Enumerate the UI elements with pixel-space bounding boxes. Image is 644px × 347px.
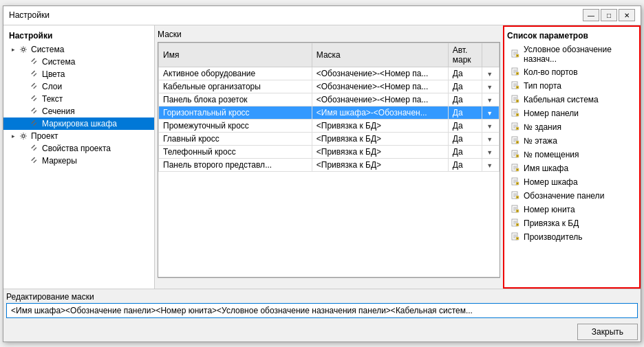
tree-item-cveta[interactable]: Цвета [3, 68, 154, 80]
param-item[interactable]: № здания [507, 120, 636, 134]
row-chevron[interactable]: ▼ [482, 106, 500, 119]
window-title: Настройки [9, 10, 50, 20]
param-item[interactable]: Номер шкафа [507, 175, 636, 189]
tree-item-secheniya[interactable]: Сечения [3, 105, 154, 117]
param-item[interactable]: № этажа [507, 134, 636, 148]
param-item[interactable]: Номер панели [507, 107, 636, 120]
wrench-icon [30, 144, 39, 153]
doc-icon [510, 80, 521, 91]
svg-rect-14 [31, 144, 35, 148]
svg-rect-11 [31, 120, 35, 124]
tree-item-label-tekst: Текст [42, 94, 63, 104]
svg-rect-6 [33, 85, 36, 89]
edit-mask-input[interactable] [6, 303, 638, 318]
svg-point-0 [22, 48, 25, 51]
row-chevron[interactable]: ▼ [482, 145, 500, 158]
param-label: Привязка к БД [524, 219, 579, 228]
param-item[interactable]: Тип порта [507, 79, 636, 93]
row-mask: <Обозначение>-<Номер па... [312, 67, 448, 80]
param-item[interactable]: Кол-во портов [507, 65, 636, 79]
param-item[interactable]: Кабельная система [507, 93, 636, 107]
row-mask: <Привязка к БД> [312, 158, 448, 171]
table-row[interactable]: Горизонтальный кросс<Имя шкафа>-<Обознач… [159, 106, 500, 119]
row-chevron[interactable]: ▼ [482, 119, 500, 132]
tree-item-label-sistema: Система [42, 57, 75, 67]
row-mask: <Обозначение>-<Номер па... [312, 93, 448, 106]
row-chevron[interactable]: ▼ [482, 132, 500, 145]
tree-arrow [20, 82, 28, 91]
param-item[interactable]: Имя шкафа [507, 161, 636, 175]
table-row[interactable]: Активное оборудование<Обозначение>-<Номе… [159, 67, 500, 80]
tree-item-label-project-root: Проект [31, 131, 58, 141]
close-button-bottom[interactable]: Закрыть [577, 324, 638, 340]
row-name: Главный кросс [159, 132, 312, 145]
row-mask: <Привязка к БД> [312, 145, 448, 158]
param-label: Кол-во портов [524, 67, 578, 77]
row-name: Панель второго представл... [159, 158, 312, 171]
doc-icon [510, 135, 521, 146]
tree-item-project-root[interactable]: ▸Проект [3, 130, 154, 142]
wrench-icon [30, 119, 39, 128]
row-avt: Да [448, 106, 482, 119]
tree-item-system-root[interactable]: ▸Система [3, 43, 154, 56]
col-header-mask: Маска [312, 43, 448, 67]
svg-rect-17 [33, 159, 36, 163]
close-button[interactable]: ✕ [619, 9, 635, 21]
param-item[interactable]: Привязка к БД [507, 216, 636, 230]
tree-item-label-svoistva: Свойства проекта [42, 144, 111, 153]
svg-rect-2 [33, 60, 36, 64]
row-name: Промежуточный кросс [159, 119, 312, 132]
row-name: Горизонтальный кросс [159, 106, 312, 119]
tree-item-svoistva[interactable]: Свойства проекта [3, 142, 154, 155]
doc-icon [510, 232, 521, 243]
tree-item-sistema[interactable]: Система [3, 56, 154, 68]
svg-rect-16 [31, 157, 35, 161]
param-label: Номер шкафа [524, 177, 578, 187]
param-label: Номер панели [524, 109, 579, 118]
params-container: Условное обозначение назнач...Кол-во пор… [507, 43, 636, 244]
param-item[interactable]: № помещения [507, 148, 636, 161]
row-chevron[interactable]: ▼ [482, 93, 500, 106]
row-chevron[interactable]: ▼ [482, 80, 500, 93]
minimize-button[interactable]: — [583, 9, 599, 21]
table-row[interactable]: Главный кросс<Привязка к БД>Да▼ [159, 132, 500, 145]
tree-item-markirovka[interactable]: Маркировка шкафа [3, 117, 154, 130]
table-row[interactable]: Промежуточный кросс<Привязка к БД>Да▼ [159, 119, 500, 132]
doc-icon [510, 67, 521, 78]
table-row[interactable]: Панель блока розеток<Обозначение>-<Номер… [159, 93, 500, 106]
table-row[interactable]: Панель второго представл...<Привязка к Б… [159, 158, 500, 171]
maximize-button[interactable]: □ [601, 9, 617, 21]
tree-arrow [20, 107, 28, 115]
table-row[interactable]: Кабельные организаторы<Обозначение>-<Ном… [159, 80, 500, 93]
wrench-icon [30, 94, 39, 104]
right-panel: Список параметров Условное обозначение н… [503, 25, 641, 289]
masks-table-container[interactable]: Имя Маска Авт. марк Активное оборудовани… [158, 42, 500, 278]
left-panel-header: Настройки [3, 28, 154, 43]
svg-point-13 [22, 135, 25, 137]
chevron-down-icon: ▼ [486, 136, 493, 143]
tree-item-label-system-root: Система [31, 45, 64, 54]
param-item[interactable]: Обозначение панели [507, 189, 636, 203]
tree-item-sloi[interactable]: Слои [3, 80, 154, 93]
row-chevron[interactable]: ▼ [482, 158, 500, 171]
tree-item-tekst[interactable]: Текст [3, 93, 154, 105]
tree-arrow [20, 70, 28, 78]
param-item[interactable]: Производитель [507, 230, 636, 244]
table-row[interactable]: Телефонный кросс<Привязка к БД>Да▼ [159, 145, 500, 158]
svg-rect-1 [31, 58, 35, 62]
svg-rect-9 [31, 107, 35, 111]
gear-icon [19, 131, 28, 141]
tree-item-markery[interactable]: Маркеры [3, 155, 154, 167]
param-item[interactable]: Условное обозначение назнач... [507, 43, 636, 65]
chevron-down-icon: ▼ [486, 97, 493, 104]
scrollbar-placeholder [158, 278, 500, 286]
svg-rect-4 [33, 73, 36, 76]
doc-icon [510, 49, 521, 60]
row-name: Панель блока розеток [159, 93, 312, 106]
param-label: Имя шкафа [524, 164, 568, 173]
row-avt: Да [448, 93, 482, 106]
svg-rect-10 [33, 110, 36, 113]
row-chevron[interactable]: ▼ [482, 67, 500, 80]
param-item[interactable]: Номер юнита [507, 203, 636, 216]
tree-arrow [20, 58, 28, 66]
